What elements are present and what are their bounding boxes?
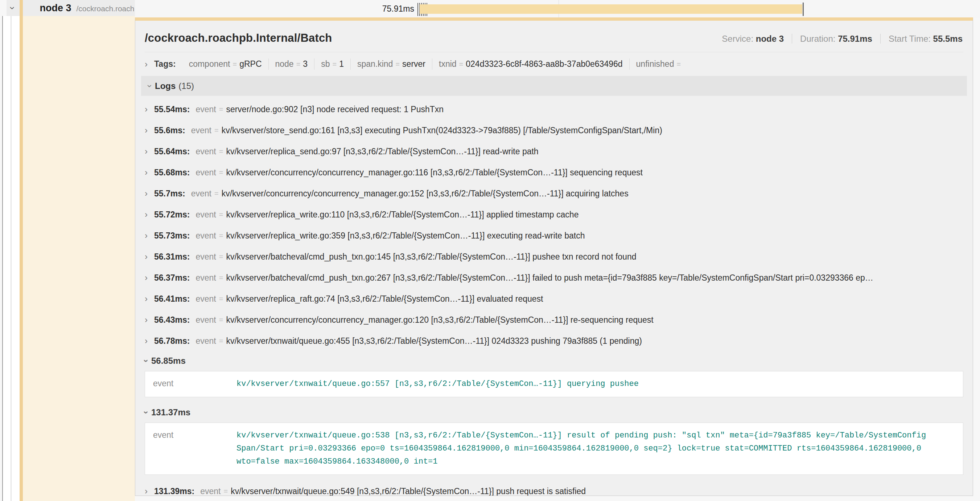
log-field: event [196,105,216,114]
log-message: kv/kvserver/replica_raft.go:74 [n3,s3,r6… [226,294,963,304]
log-time: 56.85ms [151,356,186,366]
log-row[interactable]: ›56.41ms:event=kv/kvserver/replica_raft.… [145,288,963,309]
start-time-meta: Start Time: 55.5ms [880,34,963,43]
tag-sb: sb=1 [314,59,350,70]
log-message: kv/kvserver/txnwait/queue.go:549 [n3,s3,… [231,487,963,496]
expand-log-chevron-icon[interactable]: › [145,147,154,156]
log-time: 56.41ms: [154,294,190,304]
span-detail-panel: /cockroach.roachpb.Internal/Batch Servic… [135,18,973,496]
span-operation-name: /cockroach.roach… [76,4,135,13]
log-field: event [196,273,216,283]
log-time: 55.64ms: [154,147,190,156]
duration-meta-value: 75.91ms [838,34,872,43]
log-time: 55.54ms: [154,105,190,114]
log-row[interactable]: ›55.68ms:event=kv/kvserver/concurrency/c… [145,162,963,183]
log-message: kv/kvserver/concurrency/concurrency_mana… [226,168,963,177]
span-end-tick [803,3,804,16]
log-row[interactable]: ›131.39ms:event=kv/kvserver/txnwait/queu… [145,481,963,496]
log-time: 56.43ms: [154,315,190,325]
start-time-meta-value: 55.5ms [933,34,963,43]
log-row[interactable]: ›55.6ms:event=kv/kvserver/store_send.go:… [145,120,963,141]
log-field: event [196,294,216,304]
log-message: kv/kvserver/batcheval/cmd_push_txn.go:14… [226,252,963,262]
expand-log-chevron-icon[interactable]: › [145,273,154,282]
tags-label: Tags: [154,59,176,69]
log-time: 56.78ms: [154,336,190,346]
log-field: event [196,336,216,346]
log-row[interactable]: ›56.43ms:event=kv/kvserver/concurrency/c… [145,309,963,330]
log-time: 55.72ms: [154,210,190,220]
log-event-value: kv/kvserver/txnwait/queue.go:538 [n3,s3,… [237,429,929,468]
log-time: 56.31ms: [154,252,190,262]
timeline-gutter [3,16,19,501]
logs-count: (15) [178,81,194,91]
log-message: kv/kvserver/replica_send.go:97 [n3,s3,r6… [226,147,963,156]
timeline-gutter-divider [11,16,11,501]
span-detail-header: /cockroach.roachpb.Internal/Batch Servic… [145,21,963,52]
collapse-span-chevron-icon[interactable]: › [8,2,18,14]
expand-log-chevron-icon[interactable]: › [145,105,154,113]
log-message: kv/kvserver/store_send.go:161 [n3,s3] ex… [222,126,963,136]
log-field: event [196,315,216,325]
log-time: 55.7ms: [154,189,185,199]
trace-detail-page: › node 3/cockroach.roach… 75.91ms /cockr… [0,0,980,501]
log-row[interactable]: ›55.64ms:event=kv/kvserver/replica_send.… [145,141,963,162]
log-field: event [153,429,237,440]
log-row[interactable]: ›55.72ms:event=kv/kvserver/replica_write… [145,204,963,225]
expand-tags-chevron-icon[interactable]: › [145,60,154,69]
collapse-log-chevron-icon[interactable]: › [142,411,151,414]
expand-log-chevron-icon[interactable]: › [145,337,154,345]
duration-meta: Duration: 75.91ms [792,34,873,43]
log-row[interactable]: ›55.73ms:event=kv/kvserver/replica_write… [145,225,963,246]
expand-log-chevron-icon[interactable]: › [145,316,154,324]
span-name-column-background [23,16,135,501]
log-time: 56.37ms: [154,273,190,283]
log-time: 55.68ms: [154,168,190,177]
log-row-expanded-header[interactable]: › 131.37ms [145,403,963,422]
collapse-log-chevron-icon[interactable]: › [142,359,151,362]
expand-log-chevron-icon[interactable]: › [145,210,154,219]
span-service-name: node 3 [40,3,72,13]
log-field: event [200,487,221,496]
log-message: kv/kvserver/replica_write.go:110 [n3,s3,… [226,210,963,220]
expand-log-chevron-icon[interactable]: › [145,126,154,135]
expand-log-chevron-icon[interactable]: › [145,252,154,261]
expand-log-chevron-icon[interactable]: › [145,189,154,198]
span-name[interactable]: node 3/cockroach.roach… [40,3,135,14]
log-message: kv/kvserver/replica_write.go:359 [n3,s3,… [226,231,963,241]
expand-log-chevron-icon[interactable]: › [145,231,154,240]
log-field: event [196,147,216,156]
log-message: kv/kvserver/concurrency/concurrency_mana… [222,189,963,199]
span-duration-bar[interactable] [420,4,802,14]
tag-span-kind: span.kind=server [350,59,432,70]
log-row[interactable]: ›56.37ms:event=kv/kvserver/batcheval/cmd… [145,267,963,288]
log-time: 55.73ms: [154,231,190,241]
log-row[interactable]: ›56.78ms:event=kv/kvserver/txnwait/queue… [145,330,963,351]
log-event-detail: event kv/kvserver/txnwait/queue.go:557 [… [145,371,963,397]
expand-log-chevron-icon[interactable]: › [145,487,154,496]
log-field: event [196,231,216,241]
log-event-value: kv/kvserver/txnwait/queue.go:557 [n3,s3,… [237,378,929,391]
log-time: 55.6ms: [154,126,185,136]
tag-txnid: txnid=024d3323-6c8f-4863-aa8b-37ab0e6349… [432,59,629,70]
tag-node: node=3 [268,59,315,70]
collapse-logs-chevron-icon[interactable]: › [145,85,154,88]
log-field: event [191,189,212,199]
logs-accordion-header[interactable]: › Logs (15) [141,76,967,96]
log-message: kv/kvserver/txnwait/queue.go:455 [n3,s3,… [226,336,963,346]
log-row[interactable]: ›55.54ms:event=server/node.go:902 [n3] n… [145,99,963,120]
tags-accordion[interactable]: › Tags: component=gRPC node=3 sb=1 span.… [145,52,963,75]
log-row[interactable]: ›55.7ms:event=kv/kvserver/concurrency/co… [145,183,963,204]
tag-unfinished: unfinished= [629,59,690,70]
log-time: 131.37ms [151,407,191,418]
log-event-detail: event kv/kvserver/txnwait/queue.go:538 [… [145,423,963,475]
log-row[interactable]: ›56.31ms:event=kv/kvserver/batcheval/cmd… [145,246,963,267]
log-row-expanded-header[interactable]: › 56.85ms [145,351,963,370]
service-meta: Service: node 3 [721,34,784,43]
span-color-stripe [19,0,23,501]
span-meta: Service: node 3Duration: 75.91msStart Ti… [721,34,963,44]
expand-log-chevron-icon[interactable]: › [145,168,154,177]
expand-log-chevron-icon[interactable]: › [145,294,154,303]
span-operation-title: /cockroach.roachpb.Internal/Batch [145,32,332,45]
span-name-row[interactable]: › node 3/cockroach.roach… [6,0,135,16]
